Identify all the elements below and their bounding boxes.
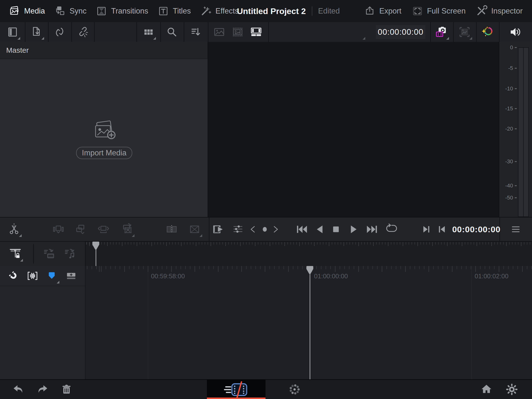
viewer-timecode[interactable]: 00:00:00:00 [376,25,425,39]
meter-label: 0 [499,44,513,51]
replace-clip-button[interactable] [95,221,112,237]
media-pool-panel: Master Import Media [0,42,208,217]
audio-panel-button[interactable] [507,24,523,40]
previous-edit-button[interactable] [434,221,450,237]
export-icon [364,5,375,17]
timeline-menu-icon [510,223,522,235]
tab-media[interactable]: Media [9,5,45,17]
meter-label: -50 [499,195,513,201]
color-page-icon [288,383,301,396]
playhead-lock-button[interactable] [7,246,23,262]
tab-sync[interactable]: Sync [54,5,86,17]
loop-button[interactable] [383,221,400,237]
snap-button[interactable] [5,268,22,284]
play-icon [347,223,359,235]
tab-label: Effects [216,7,239,16]
export-button[interactable]: Export [364,5,401,17]
snap-magnet-icon [8,270,19,282]
cut-page-active-indicator [207,398,266,399]
next-edit-icon [420,223,432,235]
sidebar-toggle-button[interactable] [4,24,21,40]
color-enhance-button[interactable] [479,24,495,40]
cut-transition-button[interactable] [164,221,180,237]
unlink-button[interactable] [75,24,91,40]
resync-button[interactable] [51,24,68,40]
timeline-view-icon [250,26,263,38]
filmstrip-view-icon [231,26,244,38]
overwrite-clip-button[interactable] [72,221,89,237]
camera-capture-button[interactable] [433,24,449,40]
project-title[interactable]: Untitled Project 2 [237,6,306,16]
search-icon [166,26,178,38]
mini-timeline[interactable] [85,242,532,266]
step-forward-icon [270,224,281,235]
titles-icon [158,5,169,17]
goto-end-icon [365,223,379,236]
mini-playhead[interactable] [92,242,99,266]
timeline-track-area[interactable]: 00:59:58:00 01:00:00:00 01:00:02:00 [85,266,532,379]
image-view-button[interactable] [211,24,227,40]
add-track-icon [65,270,77,282]
tab-effects[interactable]: Effects [200,5,239,17]
stop-button[interactable] [328,221,344,237]
home-button[interactable] [478,381,495,398]
split-clip-button[interactable] [6,221,22,237]
append-audio-button[interactable] [62,246,78,262]
meter-bar-left [518,48,524,216]
snap-toolbar [0,266,85,286]
inspector-button[interactable]: Inspector [476,5,523,17]
insert-clip-button[interactable] [50,221,66,237]
meter-label: -20 [499,126,513,132]
project-status: Edited [318,7,340,16]
timeline-menu-button[interactable] [508,221,524,237]
cut-transition-icon [166,223,178,235]
source-selector[interactable] [349,24,366,40]
adjust-clip-button[interactable] [230,221,246,237]
sort-button[interactable] [188,24,204,40]
cut-page-button[interactable] [207,380,266,399]
preview-play-button[interactable] [211,221,227,237]
dissolve-transition-button[interactable] [186,221,203,237]
color-page-button[interactable] [286,381,303,398]
ruler-label: 01:00:02:00 [475,272,508,280]
goto-end-button[interactable] [364,221,380,237]
action-label: Full Screen [427,7,466,16]
import-file-icon [30,26,43,38]
audio-waveform-button[interactable] [24,268,41,284]
import-file-button[interactable] [28,24,45,40]
append-video-button[interactable] [41,246,57,262]
place-on-top-button[interactable] [119,221,135,237]
bin-header[interactable]: Master [0,42,208,59]
delete-button[interactable] [58,381,75,398]
tab-transitions[interactable]: Transitions [96,5,148,17]
cut-page-icon [223,381,250,398]
import-media-icon [92,120,116,140]
next-edit-button[interactable] [418,221,434,237]
replace-clip-icon [97,223,110,235]
play-reverse-button[interactable] [312,221,328,237]
timeline-playhead[interactable] [306,266,313,379]
app-window: Media Sync Trans [0,0,532,399]
settings-gear-icon [506,383,518,396]
marker-flag-button[interactable] [44,268,60,284]
redo-button[interactable] [34,381,50,398]
ruler-label: 01:00:00:00 [314,272,348,280]
play-button[interactable] [345,221,361,237]
timeline-view-button[interactable] [248,24,264,40]
filmstrip-view-button[interactable] [230,24,246,40]
transform-button[interactable] [456,24,473,40]
import-media-button[interactable]: Import Media [76,147,132,159]
undo-button[interactable] [10,381,27,398]
tab-titles[interactable]: Titles [158,5,191,17]
meter-bar-right [524,48,528,216]
search-button[interactable] [164,24,180,40]
timeline-timecode[interactable]: 00:00:00:00 [458,217,495,241]
goto-start-button[interactable] [294,221,310,237]
preview-play-icon [212,223,225,236]
fullscreen-button[interactable]: Full Screen [412,5,466,17]
grid-view-button[interactable] [140,24,156,40]
step-forward-button[interactable] [267,221,283,237]
settings-button[interactable] [504,381,520,398]
add-track-button[interactable] [63,268,79,284]
previous-edit-icon [436,223,448,235]
